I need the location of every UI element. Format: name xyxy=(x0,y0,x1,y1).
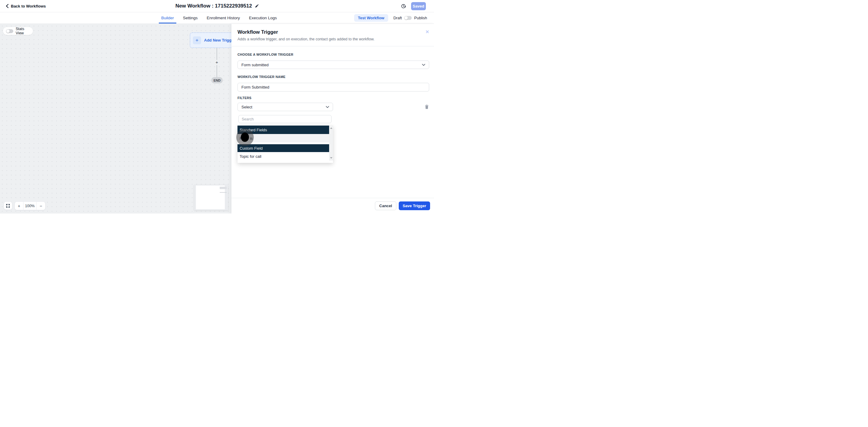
close-icon[interactable]: ✕ xyxy=(425,30,429,34)
cancel-button[interactable]: Cancel xyxy=(375,201,396,210)
fit-to-screen-button[interactable] xyxy=(4,201,12,210)
workflow-trigger-panel: Workflow Trigger ✕ Adds a workflow trigg… xyxy=(231,24,434,214)
add-trigger-label: Add New Trigger xyxy=(204,38,231,42)
canvas-zoom-controls: + 100% − xyxy=(4,201,45,210)
workflow-builder-app: Back to Workflows New Workflow : 1715222… xyxy=(0,0,434,214)
list-scrollbar[interactable] xyxy=(329,126,333,161)
expand-arrows-icon xyxy=(6,204,10,208)
group-header-standard-fields: Standard Fields xyxy=(238,126,329,134)
back-label: Back to Workflows xyxy=(11,4,46,8)
save-trigger-button[interactable]: Save Trigger xyxy=(399,201,430,210)
scroll-down-icon[interactable] xyxy=(330,157,333,159)
option-form-is[interactable]: Form is xyxy=(238,134,329,142)
chevron-down-icon xyxy=(326,106,329,108)
saved-button[interactable]: Saved xyxy=(411,2,426,10)
stats-view-toggle[interactable] xyxy=(6,29,13,33)
publish-label: Publish xyxy=(414,15,427,20)
zoom-group: + 100% − xyxy=(14,201,45,210)
end-node: END xyxy=(211,77,223,84)
workflow-canvas[interactable]: Stats View + Add New Trigger + END xyxy=(0,24,231,214)
filters-label: FILTERS xyxy=(238,96,251,100)
delete-filter-icon[interactable] xyxy=(424,104,429,109)
trigger-type-select[interactable]: Form submitted xyxy=(238,61,429,69)
panel-description: Adds a workflow trigger, and on executio… xyxy=(238,37,374,41)
panel-title: Workflow Trigger xyxy=(238,29,278,35)
stats-view-label: Stats View xyxy=(16,27,30,35)
draft-label: Draft xyxy=(393,15,402,20)
toggle-knob xyxy=(404,16,408,20)
tab-execution-logs[interactable]: Execution Logs xyxy=(247,12,279,24)
filter-search-input[interactable] xyxy=(239,115,332,123)
zoom-out-button[interactable]: − xyxy=(36,202,45,210)
trigger-name-label: WORKFLOW TRIGGER NAME xyxy=(238,75,285,78)
minimap-node-indicator xyxy=(220,187,227,189)
tab-settings[interactable]: Settings xyxy=(181,12,200,24)
filters-select[interactable]: Select xyxy=(238,103,333,111)
version-history-icon[interactable] xyxy=(401,4,406,9)
zoom-level: 100% xyxy=(23,202,36,210)
panel-footer: Cancel Save Trigger xyxy=(231,198,434,214)
option-topic-for-call[interactable]: Topic for call xyxy=(238,152,329,161)
divider xyxy=(231,46,434,46)
trigger-type-value: Form submitted xyxy=(241,63,269,67)
zoom-in-button[interactable]: + xyxy=(15,202,23,210)
minimap[interactable] xyxy=(194,185,228,210)
plus-icon: + xyxy=(193,36,201,44)
tab-enrollment-history[interactable]: Enrollment History xyxy=(204,12,242,24)
stats-view-control: Stats View xyxy=(3,27,33,35)
add-new-trigger-node[interactable]: + Add New Trigger xyxy=(190,33,231,48)
add-step-plus-icon[interactable]: + xyxy=(214,60,219,65)
publish-toggle[interactable] xyxy=(404,16,412,20)
test-workflow-button[interactable]: Test Workflow xyxy=(354,14,389,22)
trigger-name-input[interactable] xyxy=(238,83,429,92)
scroll-up-icon[interactable] xyxy=(330,127,333,129)
filter-options-list: Standard Fields Form is Custom Field Top… xyxy=(238,126,333,163)
workflow-title: New Workflow : 1715222939512 xyxy=(176,3,252,9)
group-header-custom-field: Custom Field xyxy=(238,144,329,152)
back-to-workflows-button[interactable]: Back to Workflows xyxy=(5,4,46,8)
choose-trigger-label: CHOOSE A WORKFLOW TRIGGER xyxy=(238,53,293,56)
top-header: Back to Workflows New Workflow : 1715222… xyxy=(0,0,434,12)
minimap-line-indicator xyxy=(220,192,227,193)
tab-bar: Builder Settings Enrollment History Exec… xyxy=(0,12,434,24)
toggle-knob xyxy=(6,30,10,33)
edit-title-icon[interactable] xyxy=(255,4,258,8)
tab-builder[interactable]: Builder xyxy=(159,12,176,24)
filters-value: Select xyxy=(241,105,252,109)
chevron-down-icon xyxy=(422,64,425,66)
chevron-left-icon xyxy=(5,4,9,8)
